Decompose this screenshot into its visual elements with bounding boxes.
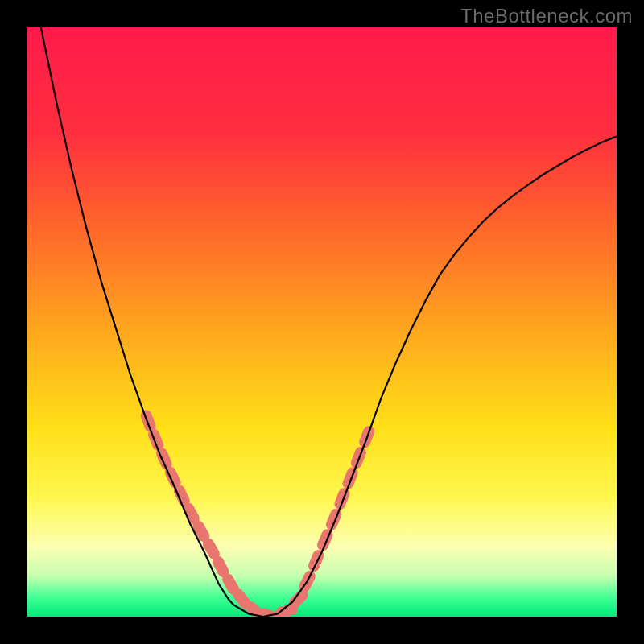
watermark-text: TheBottleneck.com — [460, 5, 633, 27]
bottleneck-curve — [27, 27, 617, 617]
curve-marker — [341, 465, 359, 490]
curve-marker — [332, 486, 351, 511]
curve-marker — [324, 507, 344, 532]
chart-svg — [27, 27, 617, 617]
marker-layer — [139, 408, 377, 617]
curve-marker — [316, 527, 335, 552]
plot-area — [27, 27, 617, 617]
outer-frame: TheBottleneck.com — [0, 0, 644, 644]
